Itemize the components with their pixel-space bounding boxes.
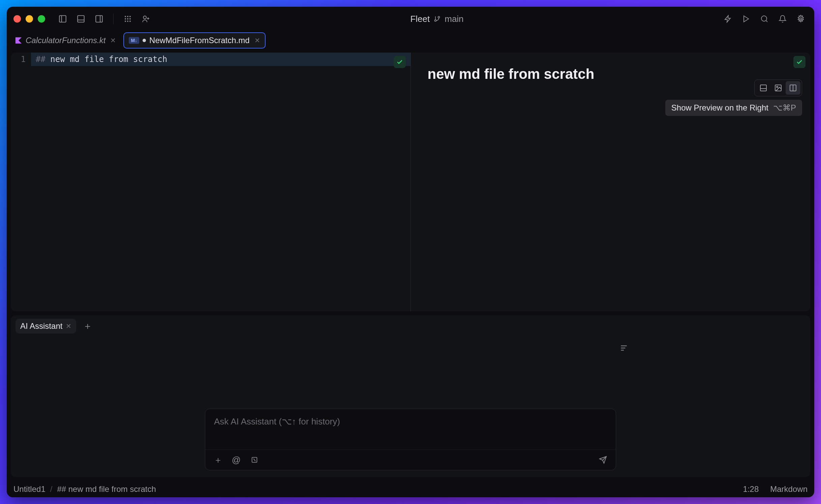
preview-right-icon[interactable] [786, 81, 800, 95]
ai-panel-body: Ask AI Assistant (⌥↑ for history) ＋ @ [11, 337, 810, 477]
ai-input-box: Ask AI Assistant (⌥↑ for history) ＋ @ [205, 409, 616, 470]
dirty-indicator [143, 39, 146, 42]
tab-calculator-functions[interactable]: CalculatorFunctions.kt ✕ [10, 33, 121, 48]
ai-assistant-tab[interactable]: AI Assistant ✕ [16, 319, 76, 334]
preview-bottom-icon[interactable] [756, 81, 771, 95]
preview-image-icon[interactable] [771, 81, 786, 95]
svg-marker-20 [744, 16, 749, 22]
preview-layout-toolbar [754, 80, 802, 96]
search-icon[interactable] [758, 12, 771, 26]
ai-send-icon[interactable] [597, 454, 609, 466]
titlebar-center: Fleet main [157, 14, 717, 24]
svg-point-12 [125, 21, 126, 22]
status-language[interactable]: Markdown [770, 484, 808, 494]
window-controls [13, 15, 45, 23]
tooltip: Show Preview on the Right ⌥⌘P [665, 100, 802, 116]
svg-point-13 [127, 21, 128, 22]
ai-input[interactable]: Ask AI Assistant (⌥↑ for history) [205, 409, 616, 449]
maximize-window-button[interactable] [38, 15, 45, 23]
titlebar: Fleet main [7, 7, 814, 31]
app-window: Fleet main CalculatorFunctions.kt ✕ M↓ [7, 7, 814, 497]
branch-label[interactable]: main [445, 14, 463, 24]
ai-mention-icon[interactable]: @ [230, 454, 242, 466]
ai-actions-icon[interactable] [721, 12, 735, 26]
tooltip-text: Show Preview on the Right [671, 103, 768, 113]
run-icon[interactable] [739, 12, 753, 26]
ai-input-toolbar: ＋ @ [205, 449, 616, 470]
status-filename[interactable]: Untitled1 [13, 484, 45, 494]
apps-grid-icon[interactable] [121, 12, 134, 26]
tab-new-md-file[interactable]: M↓ NewMdFileFromScratch.md ✕ [123, 32, 265, 49]
line-number: 1 [11, 53, 31, 66]
editor-line: 1 ## new md file from scratch [11, 53, 410, 66]
ai-command-icon[interactable] [248, 454, 261, 466]
svg-point-11 [129, 18, 131, 20]
status-cursor-position[interactable]: 1:28 [743, 484, 759, 494]
ai-assistant-panel: AI Assistant ✕ ＋ Ask AI Assistant (⌥↑ fo… [11, 315, 810, 477]
svg-point-8 [129, 16, 131, 17]
tab-label: CalculatorFunctions.kt [26, 36, 105, 45]
separator [113, 13, 114, 24]
left-panel-toggle-icon[interactable] [56, 12, 69, 26]
ai-lines-icon[interactable] [619, 344, 628, 352]
svg-rect-2 [78, 15, 84, 22]
ai-panel-tabs: AI Assistant ✕ ＋ [11, 315, 810, 337]
ai-attach-icon[interactable]: ＋ [212, 454, 224, 466]
svg-point-9 [125, 18, 126, 20]
app-name-label: Fleet [410, 14, 430, 24]
editor-preview-pane: new md file from scratch Show Preview on… [411, 53, 811, 311]
svg-point-28 [777, 86, 778, 88]
markdown-preview: new md file from scratch [411, 53, 811, 96]
status-breadcrumb[interactable]: ## new md file from scratch [57, 484, 156, 494]
md-heading-marker: ## [36, 55, 50, 64]
line-content[interactable]: ## new md file from scratch [31, 53, 410, 66]
editor-split: 1 ## new md file from scratch new md fil… [11, 53, 810, 311]
svg-point-23 [800, 18, 802, 20]
right-panel-toggle-icon[interactable] [92, 12, 106, 26]
markdown-icon: M↓ [129, 37, 139, 44]
svg-point-10 [127, 18, 128, 20]
tooltip-shortcut: ⌥⌘P [773, 103, 796, 113]
svg-point-19 [435, 20, 436, 22]
svg-rect-4 [96, 15, 102, 22]
separator: / [50, 484, 53, 494]
editor-source-pane[interactable]: 1 ## new md file from scratch [11, 53, 411, 311]
inspection-ok-icon[interactable] [793, 56, 805, 68]
line-text: new md file from scratch [50, 55, 167, 64]
svg-point-14 [129, 21, 131, 22]
editor-tabbar: CalculatorFunctions.kt ✕ M↓ NewMdFileFro… [7, 31, 814, 50]
bottom-panel-toggle-icon[interactable] [74, 12, 88, 26]
svg-rect-0 [59, 15, 66, 22]
ai-tab-label: AI Assistant [20, 321, 62, 331]
inspection-ok-icon[interactable] [394, 56, 406, 68]
svg-marker-24 [16, 37, 22, 43]
svg-point-21 [761, 16, 767, 21]
svg-point-7 [127, 16, 128, 17]
tab-close-icon[interactable]: ✕ [254, 36, 260, 44]
svg-line-35 [253, 459, 255, 461]
kotlin-icon [15, 37, 22, 44]
tab-label: NewMdFileFromScratch.md [149, 36, 249, 45]
minimize-window-button[interactable] [26, 15, 33, 23]
svg-point-15 [143, 16, 146, 19]
ai-tab-close-icon[interactable]: ✕ [66, 322, 71, 330]
settings-icon[interactable] [794, 12, 808, 26]
statusbar: Untitled1 / ## new md file from scratch … [7, 481, 814, 497]
svg-line-22 [766, 21, 767, 22]
svg-rect-25 [760, 85, 766, 91]
svg-point-18 [438, 17, 440, 18]
branch-icon [434, 15, 440, 22]
ai-add-tab-button[interactable]: ＋ [81, 319, 94, 333]
svg-point-6 [125, 16, 126, 17]
close-window-button[interactable] [13, 15, 21, 23]
notifications-icon[interactable] [776, 12, 789, 26]
add-person-icon[interactable] [139, 12, 153, 26]
preview-heading: new md file from scratch [428, 66, 794, 82]
tab-close-icon[interactable]: ✕ [110, 36, 116, 44]
